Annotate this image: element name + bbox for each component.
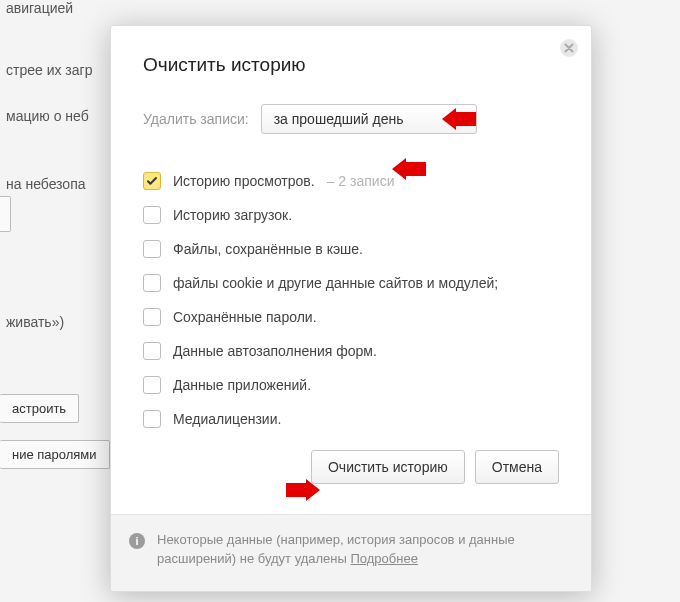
clear-history-dialog: Очистить историю Удалить записи: за прош… <box>110 25 592 592</box>
option-app-data[interactable]: Данные приложений. <box>143 368 559 402</box>
period-label: Удалить записи: <box>143 111 249 127</box>
more-link[interactable]: Подробнее <box>351 551 418 566</box>
close-icon[interactable] <box>559 38 579 58</box>
annotation-arrow-icon <box>392 158 426 180</box>
option-passwords[interactable]: Сохранённые пароли. <box>143 300 559 334</box>
checkbox-icon[interactable] <box>143 206 161 224</box>
annotation-arrow-icon <box>286 479 320 501</box>
option-cached-files[interactable]: Файлы, сохранённые в кэше. <box>143 232 559 266</box>
dialog-title: Очистить историю <box>143 54 559 76</box>
option-label: Историю просмотров. <box>173 173 315 189</box>
annotation-arrow-icon <box>442 108 476 130</box>
dialog-footer: i Некоторые данные (например, история за… <box>111 514 591 591</box>
option-browsing-history[interactable]: Историю просмотров. – 2 записи <box>143 164 559 198</box>
option-count: – 2 записи <box>327 173 395 189</box>
option-label: Историю загрузок. <box>173 207 292 223</box>
option-media-licenses[interactable]: Медиалицензии. <box>143 402 559 436</box>
checkbox-icon[interactable] <box>143 308 161 326</box>
option-autofill[interactable]: Данные автозаполнения форм. <box>143 334 559 368</box>
option-label: Данные приложений. <box>173 377 311 393</box>
checkbox-icon[interactable] <box>143 410 161 428</box>
option-label: Сохранённые пароли. <box>173 309 317 325</box>
checkbox-icon[interactable] <box>143 240 161 258</box>
option-label: Данные автозаполнения форм. <box>173 343 377 359</box>
option-label: файлы cookie и другие данные сайтов и мо… <box>173 275 498 291</box>
checkbox-icon[interactable] <box>143 274 161 292</box>
option-cookies[interactable]: файлы cookie и другие данные сайтов и мо… <box>143 266 559 300</box>
modal-overlay: Очистить историю Удалить записи: за прош… <box>0 0 680 602</box>
cancel-button[interactable]: Отмена <box>475 450 559 484</box>
checkbox-icon[interactable] <box>143 376 161 394</box>
checkbox-icon[interactable] <box>143 342 161 360</box>
footer-text: Некоторые данные (например, история запр… <box>157 531 573 569</box>
option-label: Медиалицензии. <box>173 411 281 427</box>
period-select-value: за прошедший день <box>274 111 404 127</box>
clear-options-list: Историю просмотров. – 2 записи Историю з… <box>143 164 559 436</box>
option-download-history[interactable]: Историю загрузок. <box>143 198 559 232</box>
clear-history-button[interactable]: Очистить историю <box>311 450 465 484</box>
checkbox-icon[interactable] <box>143 172 161 190</box>
option-label: Файлы, сохранённые в кэше. <box>173 241 363 257</box>
info-icon: i <box>129 533 145 549</box>
